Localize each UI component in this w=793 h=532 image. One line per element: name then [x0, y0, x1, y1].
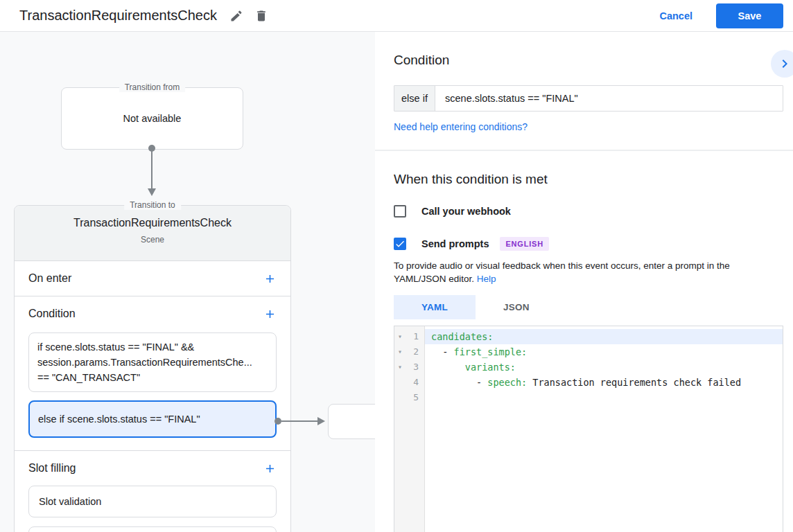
collapse-panel-button[interactable]: [771, 50, 793, 78]
editor-code: candidates: - first_simple: variants: - …: [425, 326, 783, 532]
fold-toggle-icon[interactable]: ▾: [394, 329, 406, 344]
condition-expression-row: else if: [394, 85, 783, 112]
webhook-row: Call your webhook: [394, 205, 783, 218]
panel-title: Condition: [394, 53, 783, 68]
send-prompts-row: Send prompts ENGLISH: [394, 237, 783, 251]
line-number: 2: [406, 344, 424, 360]
save-button[interactable]: Save: [716, 3, 783, 28]
webhook-checkbox[interactable]: [394, 205, 406, 218]
line-number: 4: [406, 375, 424, 390]
code-line[interactable]: - first_simple:: [425, 344, 783, 360]
scene-diagram-canvas: Transition from Not available Transition…: [0, 32, 375, 532]
condition-section: Condition if scene.slots.status == "FINA…: [15, 296, 290, 451]
scene-type-label: Scene: [15, 235, 290, 245]
slot-items: Slot validationTransactionRequirementsCh…: [15, 486, 290, 532]
scene-card: Transition to TransactionRequirementsChe…: [14, 205, 291, 532]
connector-line-vertical: [151, 150, 152, 188]
add-slot-button[interactable]: [263, 462, 277, 475]
slot-filling-label: Slot filling: [28, 462, 76, 475]
add-condition-button[interactable]: [263, 308, 277, 321]
page-title: TransactionRequirementsCheck: [19, 8, 217, 24]
slot-item[interactable]: TransactionRequirementsCheck: [28, 526, 277, 532]
transition-from-card[interactable]: Transition from Not available: [61, 87, 243, 150]
tab-json[interactable]: JSON: [476, 295, 557, 319]
fold-toggle-icon[interactable]: ▾: [394, 344, 406, 360]
connector-line-horizontal: [281, 420, 317, 422]
connector-arrowhead-down: [148, 188, 156, 196]
scene-card-header[interactable]: TransactionRequirementsCheck Scene: [15, 206, 290, 261]
condition-items: if scene.slots.status == "FINAL" && sess…: [15, 331, 290, 450]
slot-item[interactable]: Slot validation: [28, 486, 277, 517]
condition-help-link[interactable]: Need help entering conditions?: [394, 121, 528, 132]
edit-icon[interactable]: [227, 6, 246, 26]
connector-dot: [274, 418, 281, 425]
transition-to-legend: Transition to: [124, 200, 181, 210]
on-enter-section: On enter: [15, 261, 290, 296]
app-window: TransactionRequirementsCheck Cancel Save…: [0, 0, 793, 532]
slot-filling-section: Slot filling Slot validationTransactionR…: [15, 451, 290, 532]
condition-prefix: else if: [394, 86, 435, 111]
line-number: 1: [406, 329, 424, 344]
yaml-editor[interactable]: ▾1▾2▾345 candidates: - first_simple: var…: [394, 326, 783, 532]
language-badge: ENGLISH: [500, 237, 549, 251]
code-line[interactable]: candidates:: [425, 329, 783, 344]
tab-yaml[interactable]: YAML: [394, 295, 476, 319]
scene-name: TransactionRequirementsCheck: [15, 217, 290, 229]
prompt-description: To provide audio or visual feedback when…: [394, 259, 783, 285]
webhook-label: Call your webhook: [421, 206, 511, 217]
editor-gutter: ▾1▾2▾345: [394, 326, 425, 532]
condition-item-selected[interactable]: else if scene.slots.status == "FINAL": [28, 400, 277, 438]
section-divider: [375, 150, 793, 151]
transition-from-value: Not available: [123, 113, 182, 124]
condition-met-title: When this condition is met: [394, 172, 783, 187]
condition-expression-input[interactable]: [435, 86, 783, 111]
add-on-enter-button[interactable]: [263, 272, 277, 285]
condition-item[interactable]: if scene.slots.status == "FINAL" && sess…: [28, 332, 277, 392]
transition-target-card[interactable]: [328, 404, 375, 439]
help-link[interactable]: Help: [477, 274, 496, 284]
condition-label: Condition: [28, 308, 76, 320]
format-tabs: YAMLJSON: [394, 295, 783, 319]
on-enter-label: On enter: [28, 272, 71, 285]
send-prompts-checkbox[interactable]: [394, 238, 406, 250]
condition-editor-panel: Condition else if Need help entering con…: [375, 32, 793, 532]
code-line[interactable]: [425, 390, 783, 405]
code-line[interactable]: variants:: [425, 360, 783, 375]
connector-arrowhead-right: [317, 417, 325, 425]
fold-toggle-icon[interactable]: ▾: [394, 360, 406, 375]
top-bar: TransactionRequirementsCheck Cancel Save: [0, 0, 793, 32]
line-number: 5: [406, 390, 424, 405]
line-number: 3: [406, 360, 424, 375]
transition-from-legend: Transition from: [119, 82, 186, 92]
code-line[interactable]: - speech: Transaction requirements check…: [425, 375, 783, 390]
send-prompts-label: Send prompts: [421, 238, 489, 249]
delete-icon[interactable]: [252, 6, 271, 26]
cancel-button[interactable]: Cancel: [659, 10, 692, 21]
